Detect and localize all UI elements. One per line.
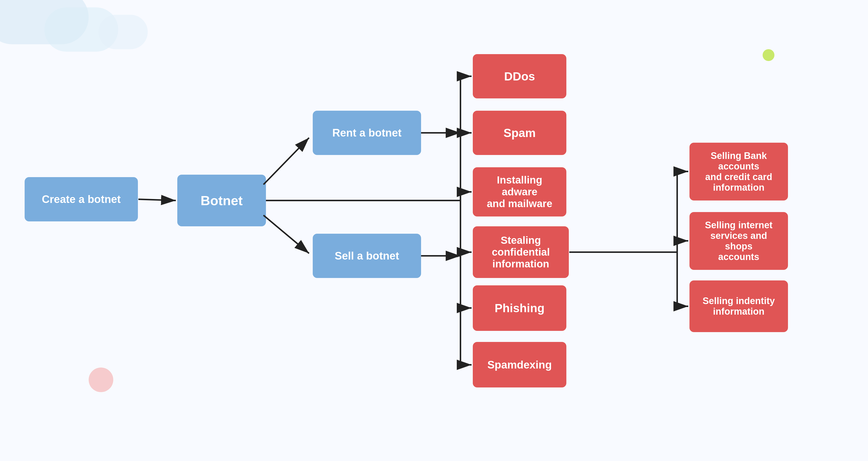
- svg-line-11: [264, 215, 309, 253]
- spamdexing-box: Spamdexing: [473, 342, 566, 388]
- stealing-info-label: Stealing confidential information: [480, 234, 561, 270]
- botnet-box: Botnet: [177, 175, 266, 226]
- spam-box: Spam: [473, 111, 566, 155]
- selling-bank-box: Selling Bank accounts and credit card in…: [689, 143, 788, 200]
- phishing-box: Phishing: [473, 285, 566, 331]
- cloud-decoration-3: [98, 15, 148, 49]
- dot-green-decoration: [763, 49, 774, 61]
- dot-pink-decoration: [89, 367, 113, 392]
- selling-identity-box: Selling indentity information: [689, 281, 788, 332]
- installing-adware-box: Installing adware and mailware: [473, 167, 566, 217]
- installing-adware-label: Installing adware and mailware: [480, 174, 559, 209]
- selling-internet-label: Selling internet services and shops acco…: [697, 220, 781, 262]
- sell-botnet-box: Sell a botnet: [313, 234, 421, 278]
- create-botnet-box: Create a botnet: [25, 177, 138, 221]
- selling-identity-label: Selling indentity information: [703, 296, 775, 317]
- ddos-box: DDos: [473, 54, 566, 98]
- stealing-info-box: Stealing confidential information: [473, 226, 569, 278]
- svg-line-2: [264, 138, 309, 185]
- rent-botnet-box: Rent a botnet: [313, 111, 421, 155]
- svg-line-1: [138, 199, 176, 200]
- selling-internet-box: Selling internet services and shops acco…: [689, 212, 788, 270]
- selling-bank-label: Selling Bank accounts and credit card in…: [697, 151, 781, 193]
